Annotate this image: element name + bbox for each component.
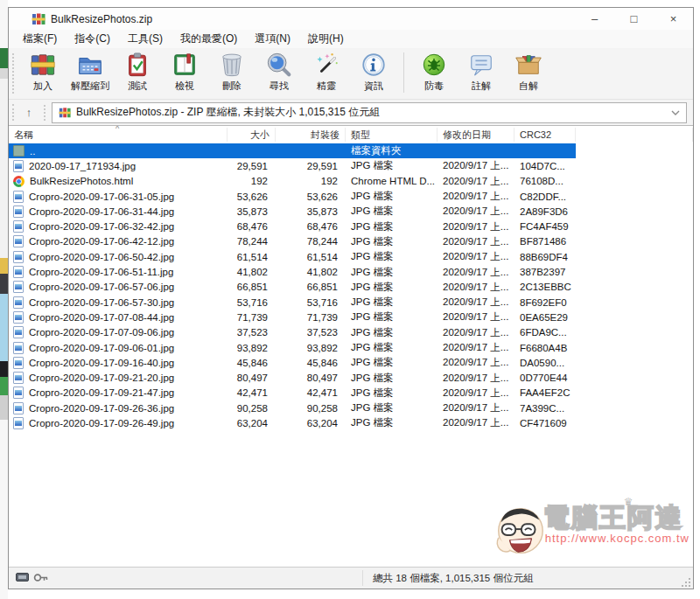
close-button[interactable]: ×	[654, 8, 693, 30]
file-size: 37,523	[228, 327, 276, 338]
menu-file[interactable]: 檔案(F)	[14, 30, 66, 48]
toolbar-button-view[interactable]: 檢視	[161, 51, 208, 93]
file-row[interactable]: Cropro-2020-09-17-06-31-05.jpg 53,626 53…	[9, 189, 576, 204]
crown-icon: ♛	[624, 496, 634, 508]
archive-path-combobox[interactable]: BulkResizePhotos.zip - ZIP 壓縮檔, 未封裝大小 1,…	[52, 102, 687, 123]
toolbar-button-comment[interactable]: 註解	[458, 51, 505, 93]
toolbar-button-sfx[interactable]: 自解	[505, 51, 552, 93]
file-modified-date: 2020/9/17 上...	[438, 281, 514, 294]
folder-up-icon	[13, 145, 24, 157]
file-row[interactable]: Cropro-2020-09-17-09-26-49.jpg 63,204 63…	[9, 415, 576, 430]
file-row[interactable]: Cropro-2020-09-17-09-16-40.jpg 45,846 45…	[9, 355, 576, 370]
status-total-text: 總共 18 個檔案, 1,015,315 個位元組	[373, 568, 533, 589]
file-row[interactable]: Cropro-2020-09-17-07-09-06.jpg 37,523 37…	[9, 325, 576, 340]
column-header-size[interactable]: 大小	[228, 128, 276, 142]
jpg-file-icon	[13, 357, 24, 369]
file-modified-date: 2020/9/17 上...	[438, 205, 514, 218]
file-row[interactable]: Cropro-2020-09-17-09-06-01.jpg 93,892 93…	[9, 340, 576, 355]
file-row[interactable]: 2020-09-17_171934.jpg 29,591 29,591 JPG …	[9, 158, 576, 173]
file-name: Cropro-2020-09-17-09-26-36.jpg	[29, 403, 174, 414]
file-size: 66,851	[228, 282, 276, 292]
file-size: 35,873	[228, 206, 276, 217]
file-type: JPG 檔案	[346, 266, 438, 279]
disk-icon[interactable]	[16, 573, 29, 583]
file-size: 41,802	[228, 267, 276, 277]
file-size: 192	[228, 176, 276, 186]
maximize-button[interactable]: □	[614, 8, 654, 30]
menu-tools[interactable]: 工具(S)	[119, 30, 172, 48]
toolbar-button-test[interactable]: 測試	[114, 51, 161, 93]
comment-bubble-icon	[468, 51, 494, 79]
toolbar-label: 精靈	[317, 80, 336, 93]
parent-directory-row[interactable]: .. 檔案資料夾	[9, 143, 576, 158]
menu-favorites[interactable]: 我的最愛(O)	[172, 30, 246, 48]
file-size: 29,591	[228, 161, 276, 171]
toolbar-button-wizard[interactable]: 精靈	[303, 51, 350, 93]
file-modified-date: 2020/9/17 上...	[438, 266, 514, 279]
file-packed-size: 71,739	[276, 312, 346, 323]
menu-commands[interactable]: 指令(C)	[66, 30, 119, 48]
file-size: 53,626	[228, 192, 276, 202]
column-header-filler	[576, 128, 693, 142]
file-row[interactable]: Cropro-2020-09-17-06-31-44.jpg 35,873 35…	[9, 204, 576, 219]
file-row[interactable]: Cropro-2020-09-17-06-57-30.jpg 53,716 53…	[9, 295, 576, 310]
add-archive-books-icon	[30, 51, 56, 79]
jpg-file-icon	[13, 205, 24, 218]
file-rows: 2020-09-17_171934.jpg 29,591 29,591 JPG …	[9, 158, 693, 430]
resize-grip[interactable]	[682, 577, 691, 587]
file-packed-size: 61,514	[276, 252, 346, 262]
kocpc-mascot-face	[489, 504, 550, 565]
chevron-down-icon[interactable]	[671, 110, 680, 115]
file-row[interactable]: Cropro-2020-09-17-09-26-36.jpg 90,258 90…	[9, 400, 576, 415]
file-packed-size: 68,476	[276, 221, 346, 232]
file-row[interactable]: Cropro-2020-09-17-06-42-12.jpg 78,244 78…	[9, 234, 576, 249]
column-header-modified[interactable]: 修改的日期	[438, 128, 514, 142]
up-directory-button[interactable]: ↑	[17, 103, 41, 122]
file-row[interactable]: Cropro-2020-09-17-06-50-42.jpg 61,514 61…	[9, 249, 576, 264]
file-row[interactable]: Cropro-2020-09-17-06-51-11.jpg 41,802 41…	[9, 264, 576, 279]
menu-help[interactable]: 說明(H)	[299, 30, 353, 48]
file-packed-size: 63,204	[276, 418, 346, 428]
file-modified-date: 2020/9/17 上...	[438, 310, 514, 324]
file-name: BulkResizePhotos.html	[30, 176, 133, 186]
column-header-packed[interactable]: 封裝後	[276, 128, 346, 142]
file-row[interactable]: Cropro-2020-09-17-07-08-44.jpg 71,739 71…	[9, 310, 576, 324]
toolbar-button-add[interactable]: 加入	[19, 51, 66, 93]
column-header-type[interactable]: 類型	[346, 128, 438, 142]
column-header-crc32[interactable]: CRC32	[514, 128, 576, 142]
watermark-url: http://www.kocpc.com.tw	[543, 532, 690, 545]
file-type: JPG 檔案	[346, 372, 438, 385]
file-row[interactable]: Cropro-2020-09-17-06-57-06.jpg 66,851 66…	[9, 280, 576, 295]
file-packed-size: 53,626	[276, 192, 346, 202]
file-row[interactable]: Cropro-2020-09-17-09-21-47.jpg 42,471 42…	[9, 386, 576, 400]
menu-options[interactable]: 選項(N)	[246, 30, 299, 48]
toolbar-button-delete[interactable]: 刪除	[208, 51, 256, 93]
file-crc32: 2A89F3D6	[514, 206, 576, 217]
file-name: Cropro-2020-09-17-07-08-44.jpg	[29, 312, 174, 323]
file-packed-size: 29,591	[276, 161, 346, 171]
title-bar: BulkResizePhotos.zip – □ ×	[9, 8, 693, 30]
file-modified-date: 2020/9/17 上...	[438, 220, 514, 233]
file-name: 2020-09-17_171934.jpg	[29, 161, 136, 171]
file-type: JPG 檔案	[346, 341, 438, 354]
file-crc32: 104D7C...	[514, 161, 576, 171]
file-crc32: CF471609	[514, 418, 576, 428]
toolbar-label: 檢視	[175, 80, 194, 93]
jpg-file-icon	[13, 326, 24, 338]
file-name: Cropro-2020-09-17-07-09-06.jpg	[29, 327, 174, 338]
key-icon[interactable]	[33, 573, 48, 584]
toolbar-button-extract-to[interactable]: 解壓縮到	[66, 51, 114, 93]
file-row[interactable]: BulkResizePhotos.html 192 192 Chrome HTM…	[9, 174, 576, 189]
toolbar-button-find[interactable]: 尋找	[256, 51, 303, 93]
file-name: Cropro-2020-09-17-06-50-42.jpg	[29, 252, 174, 262]
toolbar-button-virus-scan[interactable]: 防毒	[410, 51, 458, 93]
file-packed-size: 41,802	[276, 267, 346, 277]
jpg-file-icon	[13, 296, 24, 309]
file-crc32: DA0590...	[514, 358, 576, 368]
file-row[interactable]: Cropro-2020-09-17-06-32-42.jpg 68,476 68…	[9, 219, 576, 233]
minimize-button[interactable]: –	[575, 8, 614, 30]
file-row[interactable]: Cropro-2020-09-17-09-21-20.jpg 80,497 80…	[9, 370, 576, 385]
file-packed-size: 35,873	[276, 206, 346, 217]
toolbar-button-info[interactable]: 資訊	[350, 51, 397, 93]
sort-ascending-icon: ^	[116, 125, 119, 133]
